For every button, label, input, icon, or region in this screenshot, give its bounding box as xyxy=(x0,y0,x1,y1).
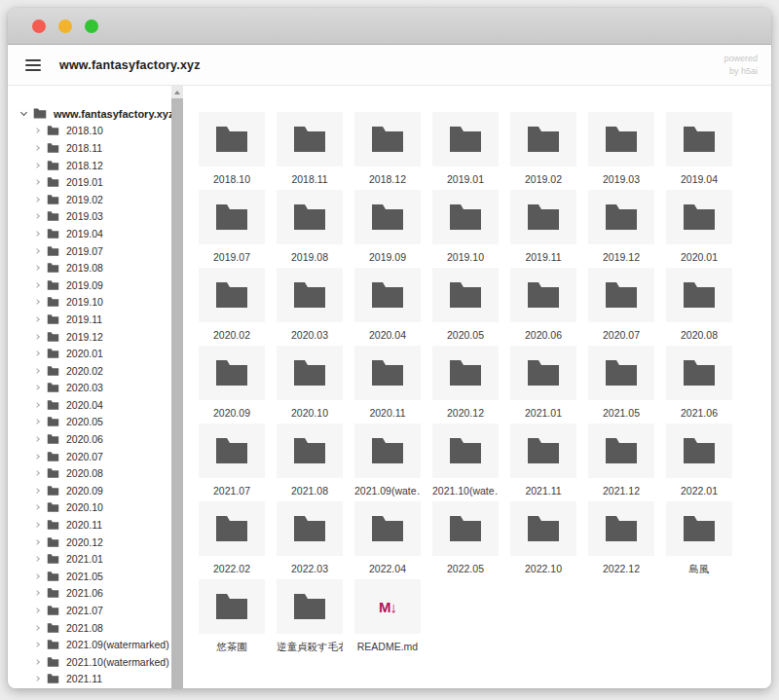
scroll-up-button[interactable] xyxy=(171,86,183,98)
folder-2021.10(wate…[interactable]: 2021.10(wate… xyxy=(432,424,499,497)
chevron-right-icon[interactable] xyxy=(33,455,42,459)
sidebar-item-2019.08[interactable]: 2019.08 xyxy=(8,259,171,276)
chevron-right-icon[interactable] xyxy=(33,164,42,167)
sidebar-item-2020.06[interactable]: 2020.06 xyxy=(8,430,171,448)
window-titlebar[interactable] xyxy=(8,8,771,45)
sidebar-item-2019.09[interactable]: 2019.09 xyxy=(8,276,171,294)
file-tile[interactable] xyxy=(354,268,421,322)
chevron-right-icon[interactable] xyxy=(33,266,42,270)
folder-2019.08[interactable]: 2019.08 xyxy=(277,190,343,264)
folder-2018.12[interactable]: 2018.12 xyxy=(354,112,421,186)
chevron-right-icon[interactable] xyxy=(33,232,42,236)
folder-2020.07[interactable]: 2020.07 xyxy=(588,268,654,342)
file-tile[interactable] xyxy=(199,501,265,556)
file-tile[interactable] xyxy=(277,112,343,166)
chevron-right-icon[interactable] xyxy=(33,369,42,373)
chevron-right-icon[interactable] xyxy=(33,249,42,253)
file-tile[interactable] xyxy=(432,424,499,478)
sidebar-item-2019.10[interactable]: 2019.10 xyxy=(8,294,171,312)
file-tile[interactable] xyxy=(199,112,265,166)
folder-2020.05[interactable]: 2020.05 xyxy=(432,268,499,342)
folder-2018.11[interactable]: 2018.11 xyxy=(277,112,343,186)
chevron-right-icon[interactable] xyxy=(33,437,42,441)
chevron-right-icon[interactable] xyxy=(33,129,42,132)
chevron-right-icon[interactable] xyxy=(33,591,42,595)
sidebar-item-2019.04[interactable]: 2019.04 xyxy=(8,225,171,242)
file-tile[interactable] xyxy=(199,579,265,634)
file-tile[interactable] xyxy=(199,424,265,478)
chevron-right-icon[interactable] xyxy=(33,386,42,389)
file-tile[interactable] xyxy=(666,268,732,322)
chevron-right-icon[interactable] xyxy=(33,335,42,339)
folder-2020.11[interactable]: 2020.11 xyxy=(354,346,421,420)
chevron-right-icon[interactable] xyxy=(33,146,42,150)
file-tile[interactable] xyxy=(588,268,654,322)
folder-悠茶園[interactable]: 悠茶園 xyxy=(199,579,265,653)
chevron-right-icon[interactable] xyxy=(33,523,42,527)
file-tile[interactable] xyxy=(588,346,654,400)
folder-2021.06[interactable]: 2021.06 xyxy=(666,346,732,420)
file-tile[interactable] xyxy=(510,424,576,478)
chevron-right-icon[interactable] xyxy=(33,608,42,612)
chevron-right-icon[interactable] xyxy=(33,300,42,304)
folder-2022.10[interactable]: 2022.10 xyxy=(510,501,576,575)
file-tile[interactable] xyxy=(510,268,576,322)
chevron-right-icon[interactable] xyxy=(33,489,42,493)
file-tile[interactable] xyxy=(277,501,343,556)
sidebar-scrollbar[interactable] xyxy=(171,86,183,688)
chevron-right-icon[interactable] xyxy=(33,403,42,407)
sidebar-item-2020.10[interactable]: 2020.10 xyxy=(8,499,171,517)
folder-2019.10[interactable]: 2019.10 xyxy=(432,190,499,264)
folder-2020.02[interactable]: 2020.02 xyxy=(199,268,265,342)
file-tile[interactable] xyxy=(666,346,732,400)
folder-2021.11[interactable]: 2021.11 xyxy=(510,424,576,497)
sidebar-scrollbar-thumb[interactable] xyxy=(171,98,183,688)
file-tile[interactable] xyxy=(510,112,576,166)
folder-2022.12[interactable]: 2022.12 xyxy=(588,501,654,575)
sidebar-item-2021.12[interactable]: 2021.12 xyxy=(8,687,171,688)
file-tile[interactable] xyxy=(510,190,576,244)
folder-2019.11[interactable]: 2019.11 xyxy=(510,190,576,264)
folder-2019.01[interactable]: 2019.01 xyxy=(432,112,499,186)
folder-2019.03[interactable]: 2019.03 xyxy=(588,112,654,186)
folder-2020.12[interactable]: 2020.12 xyxy=(432,346,499,420)
folder-2022.01[interactable]: 2022.01 xyxy=(666,424,732,497)
file-tile[interactable] xyxy=(277,268,343,322)
file-README.md[interactable]: M↓README.md xyxy=(354,579,421,653)
file-tile[interactable] xyxy=(277,346,343,400)
file-tile[interactable] xyxy=(588,112,654,166)
sidebar-item-2021.09(watermarked)[interactable]: 2021.09(watermarked) xyxy=(8,636,171,653)
sidebar-root-item[interactable]: www.fantasyfactory.xyz xyxy=(8,105,171,123)
folder-2022.04[interactable]: 2022.04 xyxy=(354,501,421,575)
file-tile[interactable] xyxy=(354,501,421,556)
folder-島風[interactable]: 島風 xyxy=(666,501,732,575)
chevron-right-icon[interactable] xyxy=(33,214,42,218)
file-tile[interactable] xyxy=(588,190,654,244)
sidebar-item-2019.11[interactable]: 2019.11 xyxy=(8,311,171,328)
folder-2019.09[interactable]: 2019.09 xyxy=(354,190,421,264)
sidebar-item-2020.03[interactable]: 2020.03 xyxy=(8,380,171,397)
file-tile[interactable] xyxy=(354,112,421,166)
folder-2021.09(wate…[interactable]: 2021.09(wate… xyxy=(354,424,421,497)
file-tile[interactable] xyxy=(199,268,265,322)
sidebar-item-2021.07[interactable]: 2021.07 xyxy=(8,602,171,619)
chevron-right-icon[interactable] xyxy=(33,351,42,355)
folder-逆童貞殺す毛衣[interactable]: 逆童貞殺す毛衣 xyxy=(277,579,343,653)
folder-2019.02[interactable]: 2019.02 xyxy=(510,112,576,186)
minimize-window-button[interactable] xyxy=(58,19,72,33)
file-tile[interactable]: M↓ xyxy=(354,579,421,634)
file-tile[interactable] xyxy=(432,112,499,166)
sidebar-item-2019.12[interactable]: 2019.12 xyxy=(8,328,171,346)
file-tile[interactable] xyxy=(432,190,499,244)
chevron-down-icon[interactable] xyxy=(19,112,28,115)
maximize-window-button[interactable] xyxy=(85,19,98,33)
file-tile[interactable] xyxy=(432,268,499,322)
file-tile[interactable] xyxy=(510,501,576,556)
sidebar-item-2019.02[interactable]: 2019.02 xyxy=(8,191,171,208)
file-tile[interactable] xyxy=(588,424,654,478)
folder-2020.06[interactable]: 2020.06 xyxy=(510,268,576,342)
chevron-right-icon[interactable] xyxy=(33,626,42,630)
sidebar-item-2019.03[interactable]: 2019.03 xyxy=(8,208,171,226)
folder-2019.12[interactable]: 2019.12 xyxy=(588,190,654,264)
sidebar-item-2020.04[interactable]: 2020.04 xyxy=(8,396,171,414)
